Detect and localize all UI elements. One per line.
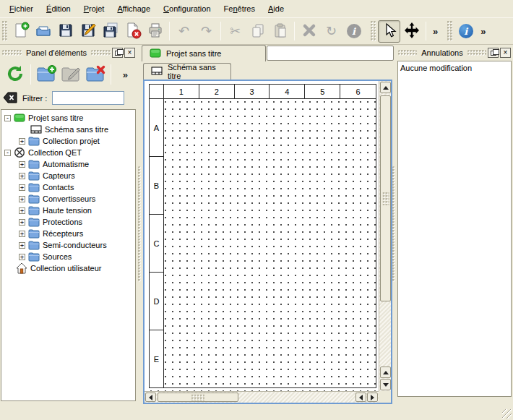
pan-mode-button[interactable]: [400, 20, 423, 43]
expand-toggle[interactable]: +: [19, 231, 25, 237]
tree-item-automatisme[interactable]: + Automatisme: [1, 158, 135, 170]
scroll-up-button[interactable]: [380, 82, 391, 93]
undo-list-item[interactable]: Aucune modification: [400, 62, 509, 74]
expand-toggle[interactable]: +: [19, 173, 25, 179]
expand-toggle[interactable]: +: [19, 161, 25, 168]
expand-toggle[interactable]: +: [19, 138, 25, 145]
toolbar-drag-handle[interactable]: [447, 21, 452, 41]
new-project-button[interactable]: [9, 20, 32, 43]
schema-canvas[interactable]: 1 2 3 4 5 6 A B C D E: [145, 81, 379, 391]
filter-input[interactable]: [52, 91, 124, 105]
scroll-left-button-right[interactable]: [355, 393, 366, 402]
horizontal-scroll-thumb[interactable]: [158, 393, 238, 402]
undo-panel-dock: Annulations × Aucune modification: [396, 45, 513, 397]
expand-toggle[interactable]: +: [19, 242, 25, 249]
toolbar-overflow-chevron[interactable]: »: [477, 26, 489, 37]
tree-item-projet-sans-titre[interactable]: - Projet sans titre: [1, 112, 135, 124]
close-dock-button[interactable]: ×: [124, 48, 135, 58]
scroll-left-button[interactable]: [145, 393, 156, 402]
new-category-button[interactable]: [34, 63, 59, 86]
undo-history-list[interactable]: Aucune modification: [397, 61, 512, 397]
save-all-button[interactable]: [99, 20, 121, 43]
tree-item-label: Sources: [43, 252, 72, 261]
vertical-scrollbar[interactable]: [379, 81, 391, 391]
move-arrows-icon: [403, 22, 421, 40]
tree-item-capteurs[interactable]: + Capteurs: [1, 170, 135, 181]
schema-view[interactable]: 1 2 3 4 5 6 A B C D E: [143, 80, 392, 404]
tree-item-convertisseurs[interactable]: + Convertisseurs: [1, 193, 135, 205]
delete-category-button[interactable]: [83, 63, 108, 86]
expand-toggle[interactable]: +: [19, 219, 25, 226]
filter-label: Filtrer :: [22, 94, 47, 103]
undo-panel-titlebar[interactable]: Annulations ×: [398, 46, 511, 59]
menu-projet[interactable]: Projet: [77, 1, 111, 16]
project-folder-icon: [14, 112, 25, 124]
tree-item-collection-utilisateur[interactable]: Collection utilisateur: [1, 262, 135, 274]
elements-panel-titlebar[interactable]: Panel d'éléments ×: [2, 46, 135, 59]
arrow-up-icon: [383, 86, 389, 90]
reload-collections-button[interactable]: [3, 63, 27, 86]
print-button[interactable]: [144, 20, 166, 43]
about-button[interactable]: i: [454, 20, 477, 43]
float-dock-button[interactable]: [488, 48, 499, 58]
menu-affichage[interactable]: Affichage: [111, 1, 157, 16]
close-icon: ×: [128, 49, 132, 56]
arrow-right-icon: [371, 395, 374, 400]
menu-configuration[interactable]: Configuration: [157, 1, 217, 16]
elements-tree: - Projet sans titre Schéma sans titre + …: [1, 109, 136, 401]
tree-item-label: Protections: [43, 218, 82, 226]
save-button[interactable]: [54, 20, 77, 43]
copy-icon: [249, 22, 267, 40]
clear-filter-button[interactable]: [3, 92, 17, 105]
panel-toolbar-overflow-chevron[interactable]: »: [119, 69, 132, 80]
toolbar-drag-handle[interactable]: [371, 21, 376, 41]
resize-grip[interactable]: [502, 409, 512, 419]
tree-item-semi-conducteurs[interactable]: + Semi-conducteurs: [1, 239, 135, 251]
menu-fenetres[interactable]: Fenêtres: [217, 1, 262, 16]
tab-projet-sans-titre[interactable]: Projet sans titre: [142, 45, 266, 61]
expand-toggle[interactable]: +: [19, 196, 25, 202]
redo-button: ↷: [195, 20, 217, 43]
expand-toggle[interactable]: +: [19, 207, 25, 214]
tree-item-sources[interactable]: + Sources: [1, 251, 135, 262]
float-dock-button[interactable]: [112, 48, 123, 58]
column-header: 2: [199, 85, 235, 99]
tree-item-haute-tension[interactable]: + Haute tension: [1, 205, 135, 216]
tree-item-collection-qet[interactable]: - Collection QET: [1, 147, 135, 158]
tree-item-protections[interactable]: + Protections: [1, 216, 135, 228]
horizontal-scrollbar[interactable]: [145, 391, 379, 403]
tree-item-label: Semi-conducteurs: [43, 241, 107, 249]
toolbar-overflow-chevron[interactable]: »: [429, 26, 441, 37]
vertical-scroll-thumb[interactable]: [380, 95, 391, 301]
expand-toggle[interactable]: +: [19, 184, 25, 191]
tab-schema-sans-titre[interactable]: Schéma sans titre: [143, 63, 231, 80]
collapse-toggle[interactable]: -: [4, 115, 11, 121]
scroll-up-button-bottom[interactable]: [380, 367, 391, 378]
tree-item-recepteurs[interactable]: + Récepteurs: [1, 228, 135, 239]
close-project-button[interactable]: [121, 20, 144, 43]
titlebar-texture: [91, 50, 111, 56]
save-as-button[interactable]: [77, 20, 99, 43]
tree-item-schema-sans-titre[interactable]: Schéma sans titre: [1, 124, 135, 135]
expand-toggle[interactable]: +: [19, 254, 25, 260]
arrow-left-icon: [359, 395, 363, 400]
tab-label: Projet sans titre: [166, 49, 221, 58]
close-dock-button[interactable]: ×: [500, 48, 511, 58]
scroll-right-button[interactable]: [367, 393, 378, 402]
menu-fichier[interactable]: Fichier: [3, 1, 40, 16]
tree-item-contacts[interactable]: + Contacts: [1, 181, 135, 193]
close-icon: ×: [504, 49, 508, 56]
menu-bar: Fichier Édition Projet Affichage Configu…: [0, 0, 513, 17]
menu-edition[interactable]: Édition: [40, 1, 77, 16]
menu-aide[interactable]: Aide: [262, 1, 290, 16]
open-project-button[interactable]: [32, 20, 54, 43]
selection-mode-button[interactable]: [378, 20, 400, 43]
refresh-icon: [5, 64, 25, 85]
collapse-toggle[interactable]: -: [4, 150, 11, 156]
titlebar-texture: [2, 50, 22, 56]
folder-icon: [28, 135, 40, 147]
scroll-down-button[interactable]: [380, 379, 391, 390]
toolbar-drag-handle[interactable]: [2, 21, 7, 41]
tree-item-collection-projet[interactable]: + Collection projet: [1, 135, 135, 147]
row-header: B: [150, 157, 164, 215]
